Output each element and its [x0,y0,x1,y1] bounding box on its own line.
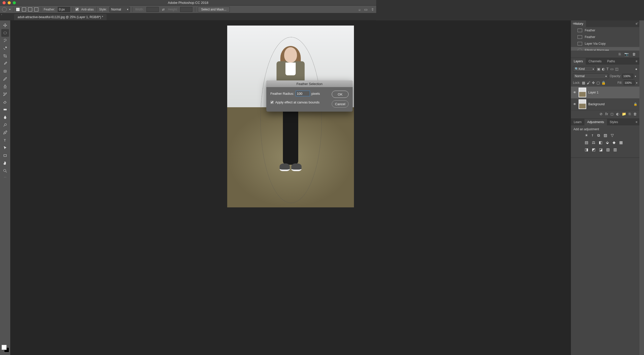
divider [96,7,97,12]
anti-alias-label: Anti-alias [81,8,94,11]
tool-preset-icon[interactable] [2,7,7,12]
move-tool[interactable] [1,21,9,29]
eraser-tool[interactable] [1,98,9,106]
canvas-area[interactable]: Feather Selection Feather Radius: pixels… [10,20,376,207]
path-select-tool[interactable] [1,144,9,152]
document-tab-strip: adult-attractive-beautiful-61120.jpg @ 2… [0,13,376,20]
dodge-tool[interactable] [1,121,9,129]
width-input [146,7,159,12]
cancel-button[interactable]: Cancel [332,100,349,108]
eyedropper-tool[interactable] [1,60,9,67]
history-brush-tool[interactable] [1,90,9,98]
intersect-selection-icon[interactable] [34,7,38,11]
divider [73,7,73,12]
ok-button[interactable]: OK [332,91,349,98]
svg-rect-4 [4,109,7,110]
options-bar: ▾ Feather: Anti-alias Style: Normal Widt… [0,6,376,13]
healing-brush-tool[interactable] [1,67,9,75]
elliptical-marquee-selection[interactable] [260,37,322,203]
share-icon[interactable]: ⇧ [371,7,374,11]
divider [13,7,13,12]
type-tool[interactable]: T [1,136,9,144]
workspace-icon[interactable]: ▭ [364,7,367,11]
height-label: Height: [168,8,178,11]
maximize-window-button[interactable] [13,1,16,4]
window-controls [0,1,16,4]
add-selection-icon[interactable] [22,7,26,11]
height-input [180,7,192,12]
svg-text:T: T [4,138,6,142]
anti-alias-checkbox[interactable] [75,8,79,11]
style-select[interactable]: Normal [109,7,130,12]
divider [41,7,41,12]
feather-radius-input[interactable] [296,91,310,96]
lasso-tool[interactable] [1,37,9,44]
apply-canvas-bounds-label: Apply effect at canvas bounds [275,100,319,104]
blur-tool[interactable] [1,113,9,121]
gradient-tool[interactable] [1,106,9,113]
tools-panel: T ··· [0,20,10,207]
feather-radius-unit: pixels [312,92,320,96]
tool-preset-chevron-icon[interactable]: ▾ [9,8,10,11]
apply-canvas-bounds-checkbox[interactable] [270,101,274,104]
feather-radius-label: Feather Radius: [270,92,294,96]
title-bar: Adobe Photoshop CC 2018 [0,0,376,6]
edit-toolbar-icon[interactable]: ··· [1,175,9,179]
crop-tool[interactable] [1,52,9,60]
main-area: T ··· Feather Selection [0,20,376,207]
rectangle-tool[interactable] [1,152,9,159]
feather-label: Feather: [44,8,55,11]
svg-rect-7 [4,155,7,157]
zoom-tool[interactable] [1,167,9,175]
divider [195,7,195,12]
pen-tool[interactable] [1,129,9,136]
svg-point-5 [5,124,7,126]
marquee-tool[interactable] [1,29,9,37]
hand-tool[interactable] [1,159,9,167]
divider [132,7,133,12]
new-selection-icon[interactable] [16,7,20,11]
document-tab[interactable]: adult-attractive-beautiful-61120.jpg @ 2… [14,14,107,20]
subtract-selection-icon[interactable] [28,7,32,11]
quick-select-tool[interactable] [1,44,9,52]
close-window-button[interactable] [3,1,6,4]
select-and-mask-button[interactable]: Select and Mask... [198,7,230,12]
search-icon[interactable]: ⌕ [359,7,361,11]
swap-dim-icon: ⇄ [161,7,165,11]
feather-input[interactable] [58,7,70,12]
width-label: Width: [135,8,144,11]
minimize-window-button[interactable] [8,1,11,4]
style-label: Style: [99,8,107,11]
svg-point-8 [4,169,6,172]
document-canvas[interactable]: Feather Selection Feather Radius: pixels… [227,26,354,207]
svg-point-0 [4,32,7,34]
dialog-title: Feather Selection [266,80,353,87]
selection-mode-group [16,7,38,11]
brush-tool[interactable] [1,75,9,83]
feather-selection-dialog: Feather Selection Feather Radius: pixels… [266,80,353,112]
svg-point-3 [4,93,4,93]
stamp-tool[interactable] [1,83,9,90]
app-title: Adobe Photoshop CC 2018 [0,1,376,5]
